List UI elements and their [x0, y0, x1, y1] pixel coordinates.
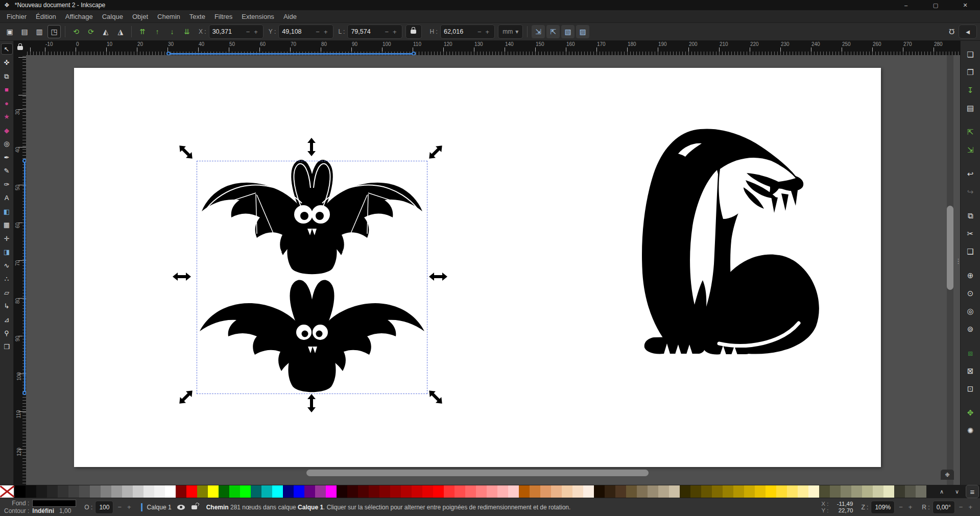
select-box-mode[interactable]: ◳ — [47, 25, 61, 38]
palette-swatch[interactable] — [530, 485, 540, 498]
palette-swatch[interactable] — [497, 485, 508, 498]
x-field[interactable]: 30,371 − + — [209, 24, 264, 39]
pen-tool[interactable]: ✒ — [1, 152, 13, 163]
select-invert-mode[interactable]: ▥ — [33, 25, 46, 38]
maximize-button[interactable]: ▢ — [921, 0, 950, 10]
x-plus-button[interactable]: + — [252, 28, 260, 36]
menu-aide[interactable]: Aide — [279, 10, 301, 23]
lock-all-objects-button[interactable]: ⊠ — [964, 364, 977, 377]
selection-handle-bottom[interactable] — [303, 392, 320, 414]
height-field[interactable]: 62,016 − + — [440, 24, 495, 39]
vertical-scrollbar-thumb[interactable] — [947, 206, 953, 290]
palette-swatch[interactable] — [111, 485, 122, 498]
zoom-selection-button[interactable]: ⊕ — [964, 269, 977, 281]
zoom-center-page-button[interactable]: ⊚ — [964, 323, 977, 335]
palette-swatch[interactable] — [551, 485, 562, 498]
y-field[interactable]: 49,108 − + — [278, 24, 333, 39]
menu-dition[interactable]: Édition — [31, 10, 61, 23]
cut-button[interactable]: ✂ — [964, 227, 977, 239]
palette-swatch[interactable] — [851, 485, 862, 498]
palette-swatch[interactable] — [208, 485, 219, 498]
selection-handle-left[interactable] — [173, 265, 190, 288]
palette-swatch[interactable] — [444, 485, 455, 498]
palette-swatch[interactable] — [744, 485, 755, 498]
palette-swatch[interactable] — [637, 485, 648, 498]
shape-builder-tool[interactable]: ⧉ — [1, 70, 13, 82]
scale-stroke-toggle[interactable]: ⇲ — [532, 25, 545, 38]
palette-swatch[interactable] — [122, 485, 133, 498]
y-field-value[interactable]: 49,108 — [282, 28, 314, 35]
palette-swatch[interactable] — [15, 485, 26, 498]
text-tool[interactable]: A — [1, 192, 13, 204]
height-plus-button[interactable]: + — [484, 28, 492, 36]
layer-visibility-eye-icon[interactable] — [177, 505, 185, 510]
calligraphy-tool[interactable]: ✑ — [1, 179, 13, 190]
otter-drawing[interactable] — [618, 125, 832, 357]
connector-tool[interactable]: ↳ — [1, 301, 13, 312]
palette-swatch[interactable] — [766, 485, 776, 498]
collapse-panel-button[interactable]: ◀ — [959, 24, 977, 39]
palette-swatch[interactable] — [261, 485, 272, 498]
import-document-button[interactable]: ⇱ — [964, 126, 977, 138]
width-field[interactable]: 79,574 − + — [347, 24, 402, 39]
dropper-tool[interactable]: ✛ — [1, 233, 13, 244]
palette-swatch[interactable] — [873, 485, 883, 498]
opacity-field[interactable]: 100 — [95, 501, 113, 514]
zoom-drawing-button[interactable]: ⊙ — [964, 287, 977, 299]
menu-chemin[interactable]: Chemin — [153, 10, 185, 23]
selection-bounding-box[interactable] — [197, 161, 427, 394]
new-document-button[interactable]: ❏ — [964, 48, 977, 60]
palette-swatch[interactable] — [583, 485, 594, 498]
palette-swatch[interactable] — [90, 485, 101, 498]
menu-extensions[interactable]: Extensions — [237, 10, 279, 23]
palette-swatch[interactable] — [422, 485, 433, 498]
palette-swatch[interactable] — [176, 485, 186, 498]
palette-swatch[interactable] — [315, 485, 326, 498]
x-minus-button[interactable]: − — [244, 28, 252, 36]
pages-tool[interactable]: ❒ — [1, 341, 13, 352]
palette-swatch[interactable] — [916, 485, 926, 498]
palette-swatch[interactable] — [605, 485, 615, 498]
palette-swatch[interactable] — [680, 485, 690, 498]
palette-swatch[interactable] — [379, 485, 390, 498]
palette-swatch[interactable] — [133, 485, 144, 498]
selection-handle-bottom-left[interactable] — [177, 386, 195, 408]
palette-swatch[interactable] — [433, 485, 444, 498]
scale-pattern-toggle[interactable]: ▨ — [576, 25, 589, 38]
save-document-button[interactable]: ↧ — [964, 84, 977, 96]
zoom-tool[interactable]: ⚲ — [1, 328, 13, 339]
palette-swatch[interactable] — [690, 485, 701, 498]
palette-swatch[interactable] — [401, 485, 412, 498]
selection-handle-top-left[interactable] — [177, 141, 195, 163]
menu-calque[interactable]: Calque — [98, 10, 128, 23]
flip-vertical-button[interactable]: ◮ — [114, 25, 127, 38]
palette-swatch[interactable] — [787, 485, 798, 498]
tweak-tool[interactable]: ∿ — [1, 260, 13, 271]
palette-swatch[interactable] — [455, 485, 465, 498]
measure-tool[interactable]: ⊿ — [1, 314, 13, 325]
horizontal-scrollbar-thumb[interactable] — [306, 470, 649, 476]
scale-corners-toggle[interactable]: ⇱ — [546, 25, 560, 38]
menu-texte[interactable]: Texte — [185, 10, 210, 23]
group-objects-button[interactable]: ⧈ — [964, 347, 977, 359]
palette-swatch[interactable] — [144, 485, 154, 498]
selection-handle-bottom-right[interactable] — [427, 386, 444, 408]
palette-swatch[interactable] — [101, 485, 111, 498]
open-document-button[interactable]: ❐ — [964, 66, 977, 78]
height-minus-button[interactable]: − — [475, 28, 484, 36]
palette-swatch[interactable] — [251, 485, 261, 498]
height-field-value[interactable]: 62,016 — [444, 28, 475, 35]
raise-to-top-button[interactable]: ⇈ — [136, 25, 149, 38]
palette-swatch[interactable] — [294, 485, 304, 498]
width-plus-button[interactable]: + — [391, 28, 399, 36]
palette-swatch[interactable] — [648, 485, 658, 498]
horizontal-ruler[interactable]: -100102030405060708090100110120130140150… — [26, 41, 960, 55]
x-field-value[interactable]: 30,371 — [212, 28, 244, 35]
palette-swatch[interactable] — [755, 485, 766, 498]
select-touch-mode[interactable]: ▤ — [18, 25, 31, 38]
flip-horizontal-button[interactable]: ◭ — [99, 25, 112, 38]
y-plus-button[interactable]: + — [322, 28, 330, 36]
palette-menu-button[interactable]: ≡ — [966, 485, 979, 498]
selection-handle-right[interactable] — [429, 265, 447, 288]
palette-swatch[interactable] — [615, 485, 626, 498]
